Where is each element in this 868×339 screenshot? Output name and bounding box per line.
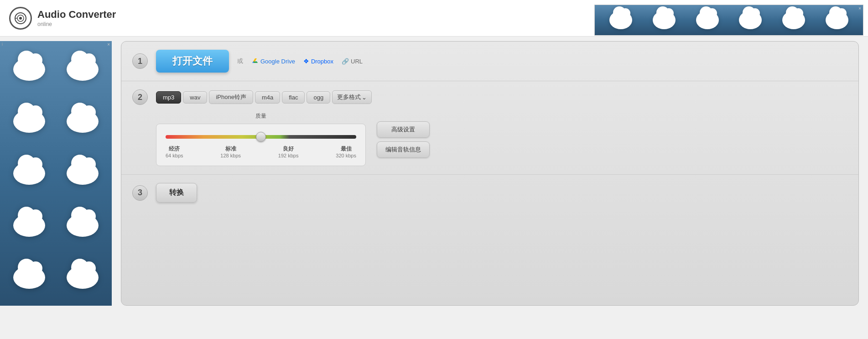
google-drive-icon xyxy=(251,57,259,65)
ad-left: i × xyxy=(0,41,112,306)
google-drive-link[interactable]: Google Drive xyxy=(251,57,295,65)
ad-top-right: × xyxy=(594,5,863,36)
header: Audio Converter online × xyxy=(0,0,868,37)
quality-marker-best: 最佳 320 kbps xyxy=(336,145,356,158)
ad-top-close[interactable]: × xyxy=(858,6,861,11)
step1-number: 1 xyxy=(132,53,148,69)
open-file-button[interactable]: 打开文件 xyxy=(156,50,229,73)
ad-left-close[interactable]: × xyxy=(107,42,110,47)
slider-container xyxy=(166,131,356,142)
url-icon: 🔗 xyxy=(342,58,349,65)
or-text: 或 xyxy=(237,57,243,65)
more-formats-chevron: ⌄ xyxy=(362,94,367,101)
step3-row: 3 转换 xyxy=(132,183,847,203)
url-link[interactable]: 🔗 URL xyxy=(342,58,363,65)
track-info-button[interactable]: 编辑音轨信息 xyxy=(377,141,430,158)
quality-marker-economy: 经济 64 kbps xyxy=(166,145,183,158)
cloud-decoration xyxy=(13,214,45,237)
google-drive-label: Google Drive xyxy=(260,58,295,65)
step1-row: 1 打开文件 或 Google Drive ❖ Dropbox xyxy=(132,50,847,73)
format-tab-m4a[interactable]: m4a xyxy=(255,91,280,104)
quality-label: 质量 xyxy=(156,112,366,120)
cloud-decoration xyxy=(653,11,676,29)
step1-section: 1 打开文件 或 Google Drive ❖ Dropbox xyxy=(121,42,858,81)
dropbox-label: Dropbox xyxy=(311,58,333,65)
step2-row: 2 mp3 wav iPhone铃声 m4a flac ogg 更多格式 ⌄ xyxy=(132,89,847,105)
app-subtitle: online xyxy=(37,21,116,27)
step3-number: 3 xyxy=(132,185,148,201)
step2-section: 2 mp3 wav iPhone铃声 m4a flac ogg 更多格式 ⌄ xyxy=(121,81,858,175)
cloud-decoration xyxy=(739,11,762,29)
cloud-decoration xyxy=(67,214,99,237)
quality-slider-wrap: 质量 经济 64 kbps xyxy=(156,112,366,166)
cloud-decoration xyxy=(13,162,45,185)
dropbox-link[interactable]: ❖ Dropbox xyxy=(303,57,333,65)
logo xyxy=(9,7,32,30)
cloud-decoration xyxy=(13,110,45,133)
right-buttons: 高级设置 编辑音轨信息 xyxy=(377,112,430,158)
converter-panel: 1 打开文件 或 Google Drive ❖ Dropbox xyxy=(121,41,859,306)
header-text: Audio Converter online xyxy=(37,9,116,27)
url-label: URL xyxy=(351,58,363,65)
svg-point-2 xyxy=(19,17,22,20)
more-formats-button[interactable]: 更多格式 ⌄ xyxy=(332,90,372,104)
format-tab-iphone[interactable]: iPhone铃声 xyxy=(209,90,253,104)
cloud-decoration xyxy=(13,266,45,289)
quality-markers: 经济 64 kbps 标准 128 kbps 良好 192 kbps xyxy=(166,145,356,158)
cloud-decoration xyxy=(13,58,45,81)
format-tab-wav[interactable]: wav xyxy=(183,91,207,104)
ad-left-label: i xyxy=(2,42,3,47)
format-tab-flac[interactable]: flac xyxy=(282,91,305,104)
quality-marker-good: 良好 192 kbps xyxy=(278,145,299,158)
quality-section: 质量 经济 64 kbps xyxy=(156,112,847,166)
step3-section: 3 转换 xyxy=(121,175,858,211)
format-tabs: mp3 wav iPhone铃声 m4a flac ogg 更多格式 ⌄ xyxy=(156,90,372,104)
cloud-decoration xyxy=(782,11,805,29)
slider-thumb[interactable] xyxy=(256,132,266,142)
main-layout: i × 1 打开文件 或 xyxy=(0,37,868,310)
format-tab-ogg[interactable]: ogg xyxy=(307,91,330,104)
cloud-decoration xyxy=(609,11,632,29)
cloud-decoration xyxy=(67,58,99,81)
cloud-decoration xyxy=(696,11,719,29)
app-title: Audio Converter xyxy=(37,9,116,21)
step2-number: 2 xyxy=(132,89,148,105)
quality-marker-standard: 标准 128 kbps xyxy=(220,145,241,158)
slider-track xyxy=(166,135,356,139)
dropbox-icon: ❖ xyxy=(303,57,309,65)
cloud-decoration xyxy=(67,110,99,133)
cloud-decoration xyxy=(67,266,99,289)
cloud-decoration xyxy=(67,162,99,185)
more-formats-label: 更多格式 xyxy=(337,93,361,101)
cloud-decoration xyxy=(826,11,848,29)
advanced-settings-button[interactable]: 高级设置 xyxy=(377,121,430,138)
format-tab-mp3[interactable]: mp3 xyxy=(156,91,181,104)
convert-button[interactable]: 转换 xyxy=(156,183,197,203)
